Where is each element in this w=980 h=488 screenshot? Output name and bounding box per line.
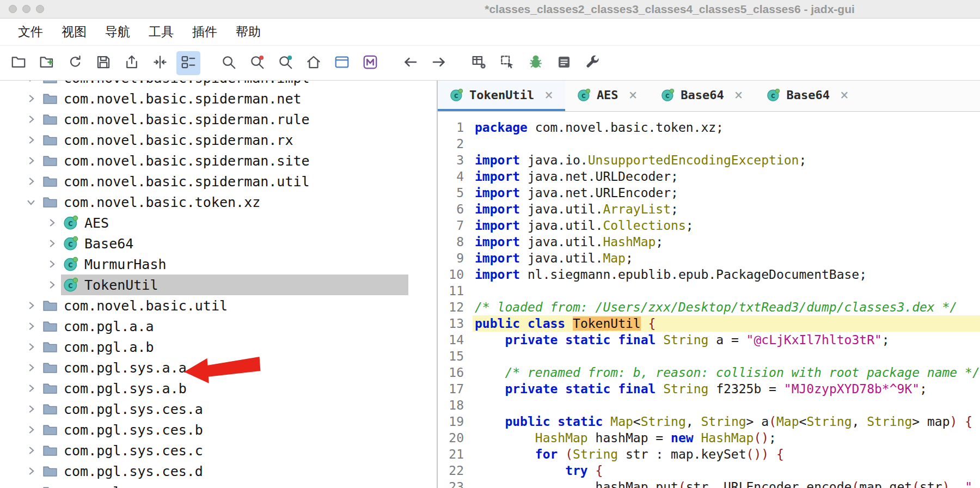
chevron-down-icon[interactable]	[22, 195, 40, 209]
minimize-window-button[interactable]	[22, 5, 30, 13]
tree-item-com-novel-basic-spiderman-impl[interactable]: com.novel.basic.spiderman.impl	[0, 81, 437, 88]
chevron-right-icon[interactable]	[22, 81, 40, 85]
editor-config-button[interactable]	[467, 51, 491, 75]
deobfuscation-button[interactable]	[524, 51, 548, 75]
close-tab-icon[interactable]: ×	[734, 88, 743, 102]
tree-item-base64[interactable]: cBase64	[0, 233, 437, 254]
chevron-right-icon[interactable]	[22, 423, 40, 437]
tree-item-com-novel-basic-util[interactable]: com.novel.basic.util	[0, 295, 437, 316]
tree-item-com-novel-basic-spiderman-net[interactable]: com.novel.basic.spiderman.net	[0, 88, 437, 109]
code-line-13: 13public class TokenUtil {	[438, 315, 980, 332]
chevron-right-icon[interactable]	[22, 402, 40, 416]
code-editor[interactable]: 1package com.novel.basic.token.xz;23impo…	[438, 112, 980, 488]
chevron-right-icon[interactable]	[22, 174, 40, 188]
code-line-text: /* renamed from: b, reason: collision wi…	[473, 364, 980, 381]
package-icon	[42, 360, 58, 375]
close-tab-icon[interactable]: ×	[629, 88, 638, 102]
svg-text:c: c	[665, 91, 670, 100]
flat-packages-button[interactable]	[176, 51, 200, 75]
tree-item-label: com.pgl.a.a	[64, 319, 154, 334]
tab-aes-1[interactable]: cAES×	[565, 81, 649, 111]
tree-item-com-novel-basic-spiderman-util[interactable]: com.novel.basic.spiderman.util	[0, 171, 437, 192]
menu-item-help[interactable]: 帮助	[226, 23, 270, 40]
tree-item-com-pgl-sys-ces-e[interactable]: com.pgl.sys.ces.e	[0, 481, 437, 488]
menu-item-view[interactable]: 视图	[52, 23, 96, 40]
code-line-20: 20 HashMap hashMap = new HashMap();	[438, 430, 980, 446]
select-element-button[interactable]	[495, 51, 519, 75]
traffic-lights	[0, 5, 44, 13]
close-window-button[interactable]	[9, 5, 17, 13]
log-viewer-button[interactable]	[552, 51, 576, 75]
tree-item-com-pgl-a-a[interactable]: com.pgl.a.a	[0, 316, 437, 337]
chevron-right-icon[interactable]	[42, 236, 61, 251]
chevron-right-icon[interactable]	[22, 298, 40, 313]
open-file-icon	[10, 54, 27, 72]
search-class-button[interactable]	[217, 51, 241, 75]
tree-item-com-pgl-sys-ces-d[interactable]: com.pgl.sys.ces.d	[0, 461, 437, 481]
chevron-right-icon[interactable]	[22, 340, 40, 354]
chevron-right-icon[interactable]	[22, 361, 40, 375]
tab-tokenutil-0[interactable]: cTokenUtil×	[438, 81, 565, 111]
code-line-1: 1package com.novel.basic.token.xz;	[438, 119, 980, 136]
chevron-right-icon[interactable]	[22, 381, 40, 395]
plugin-m-button[interactable]	[358, 51, 382, 75]
menu-item-tools[interactable]: 工具	[139, 23, 183, 40]
preview-button[interactable]	[330, 51, 354, 75]
chevron-right-icon[interactable]	[42, 216, 61, 230]
tab-label: TokenUtil	[469, 88, 534, 102]
package-icon	[42, 81, 58, 86]
tab-base64-3[interactable]: cBase64×	[755, 81, 860, 111]
tree-item-com-pgl-sys-ces-a[interactable]: com.pgl.sys.ces.a	[0, 399, 437, 419]
package-icon	[42, 484, 58, 488]
tree-item-com-novel-basic-spiderman-rx[interactable]: com.novel.basic.spiderman.rx	[0, 130, 437, 150]
close-tab-icon[interactable]: ×	[544, 88, 553, 102]
chevron-right-icon[interactable]	[22, 464, 40, 478]
package-icon	[42, 153, 58, 168]
tree-item-label: com.novel.basic.token.xz	[64, 194, 260, 210]
zoom-window-button[interactable]	[36, 5, 44, 13]
search-text-button[interactable]	[245, 51, 269, 75]
line-number: 9	[438, 250, 473, 266]
tree-item-com-novel-basic-spiderman-site[interactable]: com.novel.basic.spiderman.site	[0, 150, 437, 171]
search-usage-button[interactable]	[273, 51, 297, 75]
chevron-right-icon[interactable]	[22, 133, 40, 147]
tree-item-com-novel-basic-spiderman-rule[interactable]: com.novel.basic.spiderman.rule	[0, 109, 437, 130]
line-number: 6	[438, 201, 473, 217]
tree-item-aes[interactable]: cAES	[0, 212, 437, 233]
tree-item-com-pgl-sys-ces-c[interactable]: com.pgl.sys.ces.c	[0, 440, 437, 461]
reload-files-button[interactable]	[63, 51, 87, 75]
chevron-right-icon[interactable]	[22, 154, 40, 168]
line-number: 17	[438, 381, 473, 397]
export-button[interactable]	[120, 51, 144, 75]
tree-item-label: MurmurHash	[84, 257, 167, 272]
tab-base64-2[interactable]: cBase64×	[649, 81, 755, 111]
chevron-right-icon[interactable]	[22, 485, 40, 488]
chevron-right-icon[interactable]	[22, 443, 40, 457]
code-line-text: import java.io.UnsupportedEncodingExcept…	[473, 152, 980, 168]
chevron-right-icon[interactable]	[42, 257, 61, 271]
forward-button[interactable]	[427, 51, 451, 75]
tree-item-murmurhash[interactable]: cMurmurHash	[0, 254, 437, 274]
sync-with-editor-button[interactable]	[148, 51, 172, 75]
chevron-right-icon[interactable]	[42, 278, 61, 292]
main-activity-button[interactable]	[302, 51, 326, 75]
open-file-button[interactable]	[7, 51, 30, 75]
preferences-button[interactable]	[580, 51, 604, 75]
menu-item-file[interactable]: 文件	[9, 23, 52, 40]
chevron-right-icon[interactable]	[22, 112, 40, 126]
preferences-icon	[584, 54, 601, 72]
package-icon	[42, 381, 58, 396]
line-number: 15	[438, 348, 473, 364]
close-tab-icon[interactable]: ×	[840, 88, 849, 102]
code-line-text	[473, 397, 980, 413]
chevron-right-icon[interactable]	[22, 91, 40, 106]
tree-item-com-novel-basic-token-xz[interactable]: com.novel.basic.token.xz	[0, 192, 437, 212]
tree-item-tokenutil[interactable]: cTokenUtil	[0, 274, 437, 295]
back-button[interactable]	[399, 51, 422, 75]
chevron-right-icon[interactable]	[22, 319, 40, 333]
save-all-button[interactable]	[91, 51, 115, 75]
add-files-button[interactable]	[35, 51, 59, 75]
tree-item-com-pgl-sys-ces-b[interactable]: com.pgl.sys.ces.b	[0, 419, 437, 440]
menu-item-plugins[interactable]: 插件	[183, 23, 226, 40]
menu-item-navigation[interactable]: 导航	[96, 23, 139, 40]
